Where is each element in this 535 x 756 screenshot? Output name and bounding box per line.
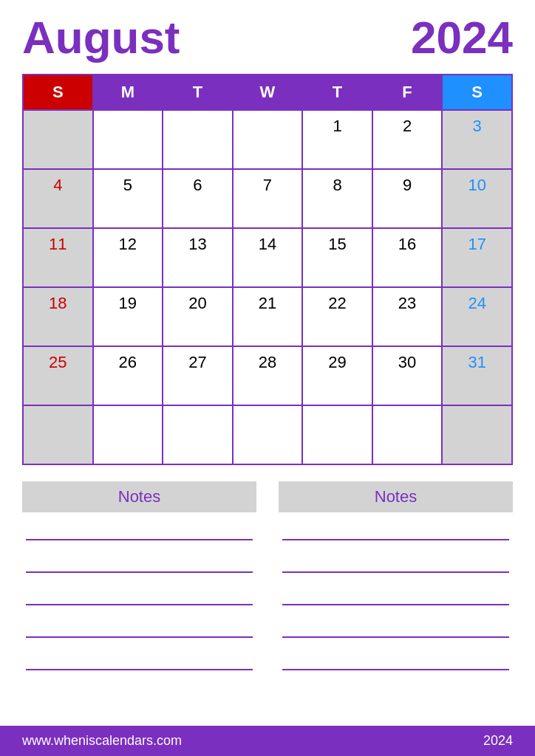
day-cell: [233, 110, 303, 169]
notes-line[interactable]: [282, 555, 509, 573]
day-cell: 14: [233, 228, 303, 287]
day-cell: [372, 405, 443, 464]
notes-box-right: Notes: [279, 481, 513, 670]
footer-website: www.wheniscalendars.com: [22, 733, 182, 749]
day-cell: 4: [23, 169, 93, 228]
day-cell: [163, 405, 233, 464]
table-row: 25 26 27 28 29 30 31: [23, 346, 512, 405]
calendar-table: S M T W T F S 1 2 3: [22, 74, 513, 465]
day-cell: 1: [302, 110, 372, 169]
day-cell: 22: [302, 287, 372, 346]
notes-line[interactable]: [26, 523, 253, 540]
month-title: August: [22, 15, 180, 61]
day-cell: 2: [372, 110, 443, 169]
day-cell: 9: [372, 169, 443, 228]
day-cell: 7: [233, 169, 303, 228]
year-title: 2024: [411, 15, 513, 61]
notes-line[interactable]: [26, 588, 253, 605]
col-header-thu: T: [302, 75, 372, 110]
notes-line[interactable]: [26, 653, 253, 670]
col-header-wed: W: [233, 75, 303, 110]
table-row: 4 5 6 7 8 9 10: [23, 169, 512, 228]
day-cell: 6: [163, 169, 233, 228]
col-header-fri: F: [372, 75, 443, 110]
day-cell: [93, 110, 163, 169]
day-cell: 23: [372, 287, 443, 346]
day-cell: 8: [302, 169, 372, 228]
notes-line[interactable]: [282, 653, 509, 670]
notes-label-right: Notes: [279, 481, 513, 512]
day-cell: 11: [23, 228, 93, 287]
col-header-tue: T: [163, 75, 233, 110]
col-header-sun: S: [23, 75, 93, 110]
footer: www.wheniscalendars.com 2024: [0, 726, 535, 756]
day-cell: 18: [23, 287, 93, 346]
day-cell: 25: [23, 346, 93, 405]
day-cell: 29: [302, 346, 372, 405]
day-cell: 3: [442, 110, 512, 169]
day-cell: 31: [442, 346, 512, 405]
day-cell: [442, 405, 512, 464]
notes-box-left: Notes: [22, 481, 256, 670]
notes-line[interactable]: [26, 620, 253, 638]
day-cell: 17: [442, 228, 512, 287]
page: August 2024 S M T W T F S: [0, 0, 535, 756]
day-cell: 28: [233, 346, 303, 405]
day-cell: 30: [372, 346, 443, 405]
day-cell: [163, 110, 233, 169]
day-cell: 19: [93, 287, 163, 346]
footer-year: 2024: [483, 733, 513, 749]
day-cell: 21: [233, 287, 303, 346]
day-cell: [23, 110, 93, 169]
table-row: 18 19 20 21 22 23 24: [23, 287, 512, 346]
day-cell: 10: [442, 169, 512, 228]
header: August 2024: [22, 15, 513, 61]
notes-lines-left: [22, 523, 256, 670]
notes-line[interactable]: [282, 523, 509, 540]
col-header-mon: M: [93, 75, 163, 110]
day-cell: 15: [302, 228, 372, 287]
col-header-sat: S: [442, 75, 512, 110]
day-cell: 26: [93, 346, 163, 405]
calendar-wrapper: S M T W T F S 1 2 3: [22, 74, 513, 465]
notes-line[interactable]: [282, 588, 509, 605]
day-cell: 16: [372, 228, 443, 287]
day-cell: 20: [163, 287, 233, 346]
table-row: [23, 405, 512, 464]
notes-label-left: Notes: [22, 481, 256, 512]
day-cell: [93, 405, 163, 464]
day-cell: 27: [163, 346, 233, 405]
day-cell: [233, 405, 303, 464]
day-cell: [23, 405, 93, 464]
table-row: 1 2 3: [23, 110, 512, 169]
day-cell: 13: [163, 228, 233, 287]
notes-line[interactable]: [26, 555, 253, 573]
notes-section: Notes Notes: [22, 481, 513, 670]
notes-line[interactable]: [282, 620, 509, 638]
notes-lines-right: [279, 523, 513, 670]
day-cell: 12: [93, 228, 163, 287]
table-row: 11 12 13 14 15 16 17: [23, 228, 512, 287]
day-cell: [302, 405, 372, 464]
day-cell: 5: [93, 169, 163, 228]
day-cell: 24: [442, 287, 512, 346]
